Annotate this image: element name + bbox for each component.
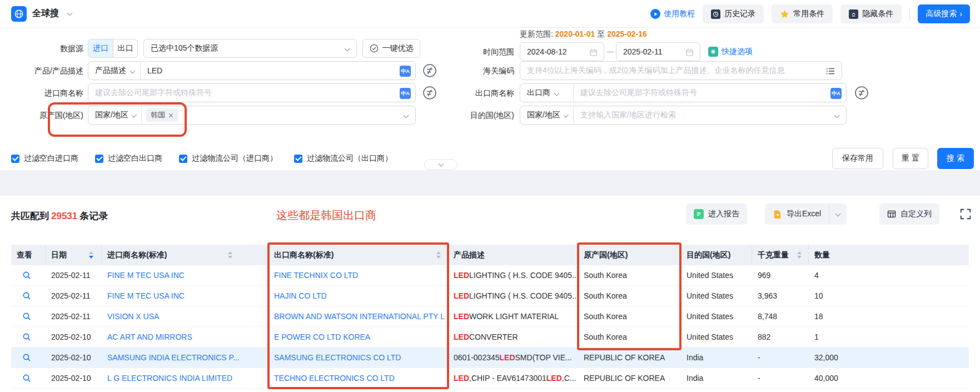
history-button[interactable]: 历史记录: [703, 4, 764, 23]
hide-conditions-icon: [849, 9, 858, 19]
synonym-expand-icon[interactable]: [422, 86, 437, 100]
update-range-prefix: 更新范围:: [520, 29, 553, 38]
synonym-expand-icon[interactable]: [854, 86, 869, 100]
header-weight[interactable]: 千克重量: [752, 245, 809, 265]
top-bar-actions: 使用教程 历史记录 常用条件 隐藏条件 高级搜索 ›: [650, 4, 970, 23]
view-cell[interactable]: [11, 286, 46, 306]
origin-cell: South Korea: [578, 265, 681, 285]
export-excel-button[interactable]: 导出Excel: [765, 204, 829, 225]
app-menu-chevron-icon[interactable]: [67, 11, 73, 16]
quick-options-link[interactable]: 快捷选项: [708, 47, 753, 57]
exporter-link[interactable]: E POWER CO LTD KOREA: [274, 333, 370, 341]
view-cell[interactable]: [11, 327, 46, 347]
start-date-input[interactable]: 2024-08-12: [520, 42, 604, 61]
advanced-search-button[interactable]: 高级搜索 ›: [918, 4, 970, 23]
excel-icon: [773, 210, 782, 219]
destination-type-select[interactable]: 国家/地区: [520, 106, 574, 124]
translate-icon[interactable]: 中A: [400, 66, 411, 77]
magnifier-icon[interactable]: [22, 271, 31, 280]
table-body: 2025-02-11 FINE M TEC USA INC FINE TECHN…: [11, 265, 969, 389]
header-exporter[interactable]: 出口商名称(标准): [268, 245, 448, 265]
collapse-form-toggle[interactable]: [424, 159, 457, 170]
origin-cell: South Korea: [578, 327, 681, 347]
importer-link[interactable]: SAMSUNG INDIA ELECTRONICS P...: [107, 353, 240, 362]
importer-link[interactable]: AC ART AND MIRRORS: [107, 333, 192, 341]
importer-input[interactable]: 建议去除公司尾部字符或特殊符号 中A: [88, 83, 416, 102]
view-cell[interactable]: [11, 368, 46, 388]
export-excel-group: 导出Excel: [765, 204, 847, 225]
header-date[interactable]: 日期: [46, 245, 102, 265]
optimize-button[interactable]: 一键优选: [362, 39, 420, 58]
exporter-link[interactable]: HAJIN CO LTD: [274, 291, 327, 300]
advanced-search-label: 高级搜索: [926, 9, 957, 19]
hide-conditions-button[interactable]: 隐藏条件: [840, 4, 902, 23]
magnifier-icon[interactable]: [22, 353, 31, 362]
qty-cell: 32,000: [809, 348, 969, 368]
magnifier-icon[interactable]: [22, 374, 31, 383]
product-input[interactable]: LED: [141, 66, 162, 75]
origin-cell: REPUBLIC OF KOREA: [578, 368, 681, 388]
hs-code-input[interactable]: 支持4位以上海关编码，或2位海关编码加上产品描述、企业名称的任意信息: [520, 61, 842, 80]
tab-export[interactable]: 出口: [113, 39, 137, 57]
hs-list-icon[interactable]: [826, 67, 835, 76]
magnifier-icon[interactable]: [22, 312, 31, 321]
table-row: 2025-02-11 FINE M TEC USA INC HAJIN CO L…: [11, 286, 969, 306]
destination-cell: India: [681, 368, 752, 388]
sort-icons[interactable]: [436, 251, 441, 259]
chevron-down-icon: [404, 113, 409, 118]
header-importer[interactable]: 进口商名称(标准): [102, 245, 268, 265]
exporter-link[interactable]: TECHNO ELECTRONICS CO LTD: [274, 374, 395, 383]
filter-blank-importer[interactable]: 过滤空白进口商: [11, 153, 78, 163]
importer-link[interactable]: FINE M TEC USA INC: [107, 291, 185, 300]
checkbox-checked-icon: [179, 155, 187, 163]
data-source-select[interactable]: 已选中105个数据源: [143, 39, 357, 58]
exporter-type-select[interactable]: 出口商: [520, 84, 574, 102]
search-button[interactable]: 搜 索: [937, 148, 974, 169]
favorites-button[interactable]: 常用条件: [772, 4, 833, 23]
importer-link[interactable]: VISION X USA: [107, 312, 159, 321]
sort-icons[interactable]: [797, 251, 802, 259]
exporter-link[interactable]: FINE TECHNIX CO LTD: [274, 271, 358, 280]
filter-logistics-importer[interactable]: 过滤物流公司（进口商）: [179, 153, 277, 163]
translate-icon[interactable]: 中A: [400, 88, 411, 99]
sort-icons[interactable]: [89, 251, 93, 259]
tag-close-icon[interactable]: [168, 113, 173, 118]
update-range: 更新范围: 2020-01-01 至 2025-02-16: [520, 29, 647, 39]
custom-columns-button[interactable]: 自定义列: [879, 204, 939, 225]
fullscreen-icon[interactable]: [959, 208, 972, 220]
date-range-separator: [607, 52, 614, 52]
exporter-link[interactable]: SAMSUNG ELECTRONICS CO LTD: [274, 353, 401, 362]
date-cell: 2025-02-10: [46, 348, 102, 368]
end-date-input[interactable]: 2025-02-11: [616, 42, 700, 61]
translate-icon[interactable]: 中A: [830, 88, 842, 99]
sort-icons[interactable]: [228, 251, 232, 259]
chevron-down-icon: [835, 211, 841, 216]
view-cell[interactable]: [11, 306, 46, 326]
chevron-down-icon: [132, 113, 137, 118]
filter-logistics-exporter[interactable]: 过滤物流公司（出口商）: [294, 153, 392, 163]
view-cell[interactable]: [11, 265, 46, 285]
chevron-down-icon: [554, 90, 560, 96]
importer-link[interactable]: L G ELECTRONICS INDIA LIMITED: [107, 374, 232, 383]
importer-link[interactable]: FINE M TEC USA INC: [107, 271, 185, 280]
save-favorite-button[interactable]: 保存常用: [832, 148, 883, 169]
filter-blank-exporter[interactable]: 过滤空白出口商: [95, 153, 162, 163]
magnifier-icon[interactable]: [22, 333, 31, 341]
count-suffix: 条记录: [79, 211, 108, 221]
top-bar: 全球搜 使用教程 历史记录 常用条件: [0, 0, 980, 28]
magnifier-icon[interactable]: [22, 291, 31, 300]
origin-type-select[interactable]: 国家/地区: [88, 106, 142, 124]
synonym-expand-icon[interactable]: [422, 63, 437, 78]
tutorial-link[interactable]: 使用教程: [650, 9, 695, 19]
exporter-field: 出口商 建议去除公司尾部字符或特殊符号 中A: [520, 83, 847, 102]
reset-button[interactable]: 重 置: [893, 148, 928, 169]
destination-field[interactable]: 国家/地区 支持输入国家/地区进行检索: [520, 106, 847, 125]
exporter-link[interactable]: BROWN AND WATSON INTERNATIONAL PTY L: [274, 312, 445, 321]
tab-import[interactable]: 进口: [88, 39, 113, 57]
enter-report-button[interactable]: 进入报告: [686, 204, 747, 225]
tutorial-icon: [650, 9, 660, 19]
product-type-select[interactable]: 产品描述: [88, 62, 141, 80]
view-cell[interactable]: [11, 348, 46, 368]
export-options-dropdown[interactable]: [829, 204, 847, 225]
destination-type-value: 国家/地区: [527, 110, 560, 120]
